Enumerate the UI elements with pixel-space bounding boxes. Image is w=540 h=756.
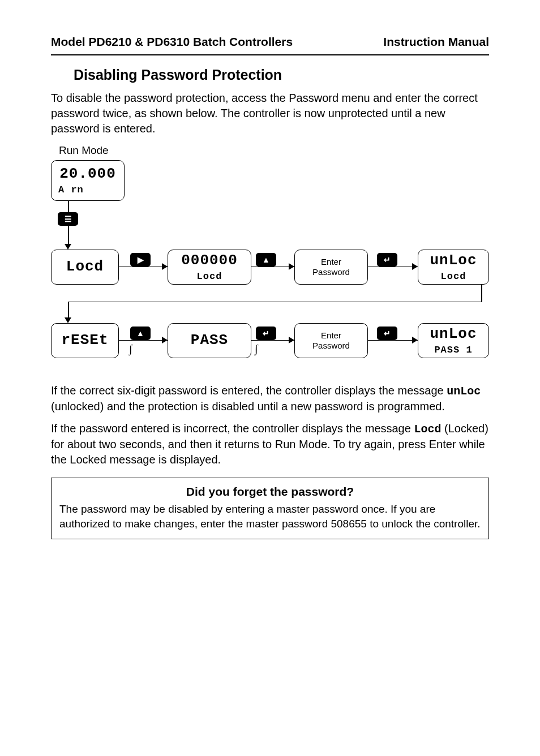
right-button-icon: ▶: [130, 253, 151, 267]
locd-text: Locd: [66, 257, 104, 277]
node-pass: PASS: [168, 323, 251, 358]
menu-button-icon: ☰: [58, 212, 78, 226]
enter-bottom: Password: [312, 267, 350, 277]
enter-button-icon: ↵: [377, 253, 397, 267]
note-body: The password may be disabled by entering…: [59, 502, 481, 531]
unloc2-bottom: PASS 1: [434, 344, 472, 357]
unloc1-top: unLoc: [430, 251, 477, 270]
para-unlocked: If the correct six-digit password is ent…: [51, 383, 489, 414]
note-title: Did you forget the password?: [59, 484, 481, 500]
arrow-segment: [119, 340, 168, 341]
arrow-segment: [368, 267, 418, 268]
para3a: If the password entered is incorrect, th…: [51, 422, 414, 435]
flow-diagram: 20.000 A rn ☰ Locd 000000 Locd Enter Pas…: [51, 160, 489, 370]
reset-text: rESEt: [61, 330, 108, 350]
enter-button-icon: ↵: [256, 327, 276, 340]
enter-glyph-2: ↵: [263, 329, 269, 337]
node-unloc-1: unLoc Locd: [418, 250, 489, 285]
enter-glyph: ↵: [384, 256, 391, 264]
note-box: Did you forget the password? The passwor…: [51, 478, 489, 540]
enter-glyph-3: ↵: [384, 329, 391, 337]
node-enter-pw-1: Enter Password: [294, 250, 368, 285]
arrowhead-right-icon: [289, 337, 294, 343]
arrowhead-down-icon: [65, 244, 71, 250]
node-unloc-2: unLoc PASS 1: [418, 323, 489, 358]
enter2-top: Enter: [321, 330, 341, 340]
arrowhead-down-icon: [65, 317, 71, 323]
run-display-top: 20.000: [59, 164, 116, 184]
unloc1-bottom: Locd: [441, 270, 466, 284]
node-locd: Locd: [51, 250, 119, 285]
arrow-segment: [68, 201, 69, 213]
enter-button-icon: ↵: [377, 327, 397, 340]
arrowhead-right-icon: [412, 263, 418, 270]
para-locked: If the password entered is incorrect, th…: [51, 421, 489, 467]
arrow-segment: [68, 302, 69, 319]
arrow-segment: [119, 267, 168, 268]
para2b: (unlocked) and the protection is disable…: [51, 400, 445, 413]
up-button-icon: ▲: [256, 253, 276, 267]
section-title: Disabling Password Protection: [74, 66, 489, 85]
arrowhead-right-icon: [289, 263, 294, 270]
node-enter-pw-2: Enter Password: [294, 323, 368, 358]
para2a: If the correct six-digit password is ent…: [51, 384, 447, 397]
node-zeros: 000000 Locd: [168, 250, 251, 285]
arrow-segment: [68, 302, 482, 303]
arrow-segment: [368, 340, 418, 341]
zeros-bottom: Locd: [197, 270, 222, 284]
arrowhead-right-icon: [162, 263, 168, 270]
header-right: Instruction Manual: [383, 34, 489, 50]
node-run-display: 20.000 A rn: [51, 160, 125, 201]
zeros-top: 000000: [181, 251, 238, 270]
right-glyph: ▶: [138, 256, 144, 264]
enter-top: Enter: [321, 257, 341, 267]
arrow-segment: [68, 226, 69, 245]
unloc2-top: unLoc: [430, 324, 477, 344]
arrowhead-right-icon: [162, 337, 168, 343]
arrow-segment: [481, 285, 482, 302]
up-button-icon: ▲: [130, 327, 151, 340]
header-left: Model PD6210 & PD6310 Batch Controllers: [51, 34, 293, 50]
up-glyph: ▲: [262, 256, 270, 264]
arrow-segment: [251, 267, 294, 268]
enter2-bottom: Password: [312, 341, 350, 350]
menu-glyph: ☰: [65, 215, 72, 223]
para2-code: unLoc: [447, 385, 481, 398]
para3-code: Locd: [414, 423, 441, 436]
run-display-bottom: A rn: [58, 184, 84, 197]
page-header: Model PD6210 & PD6310 Batch Controllers …: [51, 34, 489, 50]
header-rule: [51, 54, 489, 55]
arrowhead-right-icon: [412, 337, 418, 343]
pass-text: PASS: [191, 330, 228, 350]
break-glyph: ∫: [129, 341, 132, 356]
node-reset: rESEt: [51, 323, 119, 358]
intro-para: To disable the password protection, acce…: [51, 91, 489, 136]
runmode-label: Run Mode: [59, 143, 489, 158]
up-glyph-2: ▲: [136, 329, 144, 337]
break-glyph: ∫: [255, 341, 258, 356]
